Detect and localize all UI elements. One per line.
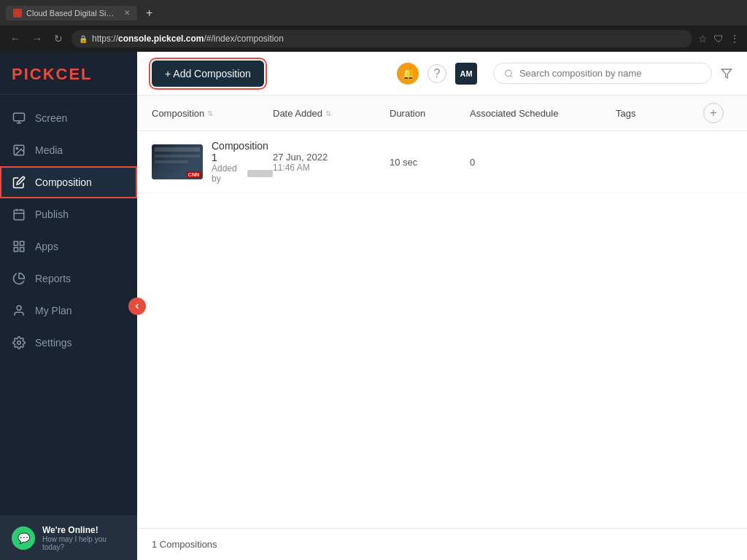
menu-icon[interactable]: ⋮ [729,33,740,44]
notification-bell-icon[interactable]: 🔔 [397,63,419,85]
sidebar-item-apps[interactable]: Apps [0,230,137,262]
tab-favicon-icon [13,9,22,18]
media-icon [12,143,26,158]
svg-point-14 [18,341,21,345]
sidebar-item-reports-label: Reports [35,273,71,284]
sidebar-navigation: Screen Media Composition [0,95,137,516]
ssl-lock-icon: 🔒 [79,35,88,43]
composition-cell: CNN Composition 1 Added by [152,140,273,184]
browser-chrome: Cloud Based Digital Signage Pr... ✕ + [0,0,747,26]
screen-icon [12,111,26,125]
reload-button[interactable]: ↻ [51,31,66,46]
col-duration: Duration [390,103,470,123]
new-tab-button[interactable]: + [142,7,157,20]
svg-rect-9 [14,241,18,245]
svg-point-15 [506,70,512,77]
header-icons: 🔔 ? AM [397,63,477,85]
svg-rect-5 [14,210,24,220]
chat-widget[interactable]: 💬 We're Online! How may I help you today… [0,516,137,560]
sidebar-item-reports[interactable]: Reports [0,262,137,295]
col-composition: Composition ⇅ [152,103,273,123]
app-layout: PICKCEL Screen Media [0,52,747,560]
sort-composition-icon[interactable]: ⇅ [207,109,213,117]
composition-thumbnail: CNN [152,144,203,179]
publish-icon [12,207,26,222]
svg-rect-0 [14,113,25,121]
svg-rect-11 [14,248,18,252]
svg-point-4 [16,147,18,149]
filter-icon [721,68,732,79]
back-button[interactable]: ← [7,31,23,46]
associated-schedule-cell: 0 [470,157,616,168]
url-text: https://console.pickcel.com/#/index/comp… [92,34,284,44]
browser-action-icons: ☆ 🛡 ⋮ [698,33,740,44]
sidebar-item-media[interactable]: Media [0,134,137,166]
compositions-count: 1 Compositions [152,539,217,550]
duration-cell: 10 sec [390,157,470,168]
search-icon [504,69,514,79]
table-header: Composition ⇅ Date Added ⇅ Duration Asso… [137,96,747,131]
myplan-icon [12,303,26,318]
sort-date-icon[interactable]: ⇅ [325,109,331,117]
sidebar-item-myplan[interactable]: My Plan [0,295,137,327]
composition-name: Composition 1 [212,140,273,163]
top-bar: + Add Composition 🔔 ? AM [137,52,747,96]
user-avatar[interactable]: AM [455,63,477,85]
date-cell: 27 Jun, 2022 11:46 AM [273,152,390,173]
table-body: CNN Composition 1 Added by 27 Jun, 2022 … [137,131,747,528]
col-add: + [703,103,732,123]
main-content: + Add Composition 🔔 ? AM [137,52,747,560]
apps-icon [12,239,26,254]
sidebar-item-apps-label: Apps [35,241,58,252]
thumbnail-cnn-logo: CNN [186,171,201,178]
chat-title: We're Online! [42,525,125,535]
sidebar-item-media-label: Media [35,144,63,156]
logo-text: PICKCEL [12,65,125,84]
svg-point-13 [17,306,21,310]
chat-subtitle: How may I help you today? [42,535,125,551]
composition-icon [12,175,26,190]
search-box[interactable] [493,63,712,84]
table-row: CNN Composition 1 Added by 27 Jun, 2022 … [137,131,747,193]
chat-avatar: 💬 [12,526,35,550]
sidebar-item-composition-label: Composition [35,176,92,188]
add-column-button[interactable]: + [703,103,724,123]
col-tags: Tags [616,103,703,123]
filter-button[interactable] [721,67,732,80]
svg-rect-10 [20,241,24,245]
sidebar-item-composition[interactable]: Composition [0,166,137,198]
forward-button[interactable]: → [29,31,45,46]
browser-tab[interactable]: Cloud Based Digital Signage Pr... ✕ [6,6,137,20]
sidebar-item-myplan-label: My Plan [35,305,72,316]
bookmark-icon[interactable]: ☆ [698,33,708,44]
sidebar-item-settings-label: Settings [35,337,72,349]
sidebar-item-screen[interactable]: Screen [0,102,137,134]
help-button[interactable]: ? [427,64,446,83]
col-associated-schedule: Associated Schedule [470,103,616,123]
sidebar-logo: PICKCEL [0,52,137,95]
svg-rect-12 [20,248,24,252]
search-input[interactable] [519,68,701,79]
browser-navigation: ← → ↻ 🔒 https://console.pickcel.com/#/in… [0,26,747,52]
reports-icon [12,271,26,286]
address-bar[interactable]: 🔒 https://console.pickcel.com/#/index/co… [71,30,692,47]
sidebar-item-screen-label: Screen [35,112,67,124]
svg-line-16 [511,75,512,77]
extension-icon[interactable]: 🛡 [713,33,724,44]
sidebar-item-settings[interactable]: Settings [0,327,137,359]
add-composition-button[interactable]: + Add Composition [152,61,264,87]
sidebar: PICKCEL Screen Media [0,52,137,560]
settings-icon [12,335,26,350]
table-footer: 1 Compositions [137,528,747,560]
tab-title: Cloud Based Digital Signage Pr... [26,9,117,18]
sidebar-item-publish[interactable]: Publish [0,198,137,230]
svg-marker-17 [721,69,731,78]
sidebar-item-publish-label: Publish [35,209,69,220]
tab-close-icon[interactable]: ✕ [124,9,130,17]
composition-added-by: Added by [212,163,273,184]
col-date-added: Date Added ⇅ [273,103,390,123]
added-by-user [247,170,273,177]
sidebar-collapse-button[interactable] [128,298,146,315]
